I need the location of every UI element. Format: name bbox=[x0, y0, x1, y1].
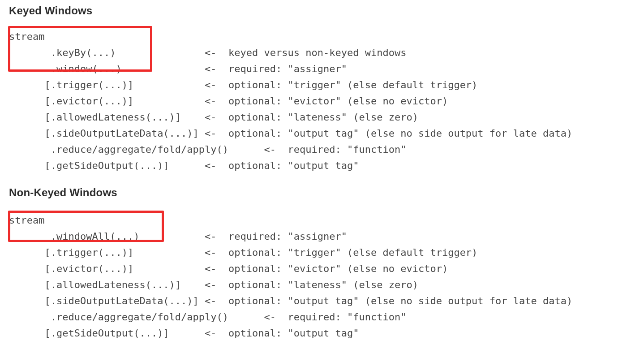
nonkeyed-line-0: stream bbox=[9, 215, 44, 226]
keyed-line-2: .window(...) <- required: "assigner" bbox=[9, 63, 347, 74]
code-block-non-keyed: stream .windowAll(...) <- required: "ass… bbox=[9, 212, 640, 341]
keyed-line-5: [.allowedLateness(...)] <- optional: "la… bbox=[9, 112, 418, 123]
keyed-line-3: [.trigger(...)] <- optional: "trigger" (… bbox=[9, 79, 477, 91]
nonkeyed-line-3: [.evictor(...)] <- optional: "evictor" (… bbox=[9, 263, 448, 274]
nonkeyed-line-2: [.trigger(...)] <- optional: "trigger" (… bbox=[9, 247, 477, 258]
heading-keyed-windows: Keyed Windows bbox=[9, 4, 640, 17]
keyed-line-0: stream bbox=[9, 31, 44, 42]
nonkeyed-line-4: [.allowedLateness(...)] <- optional: "la… bbox=[9, 279, 418, 290]
keyed-line-8: [.getSideOutput(...)] <- optional: "outp… bbox=[9, 160, 359, 171]
code-block-keyed: stream .keyBy(...) <- keyed versus non-k… bbox=[9, 29, 640, 174]
keyed-line-6: [.sideOutputLateData(...)] <- optional: … bbox=[9, 128, 572, 139]
nonkeyed-line-6: .reduce/aggregate/fold/apply() <- requir… bbox=[9, 311, 406, 323]
keyed-line-1: .keyBy(...) <- keyed versus non-keyed wi… bbox=[9, 47, 406, 58]
nonkeyed-line-7: [.getSideOutput(...)] <- optional: "outp… bbox=[9, 328, 359, 339]
keyed-line-7: .reduce/aggregate/fold/apply() <- requir… bbox=[9, 144, 406, 155]
keyed-line-4: [.evictor(...)] <- optional: "evictor" (… bbox=[9, 95, 448, 107]
heading-non-keyed-windows: Non-Keyed Windows bbox=[9, 186, 640, 199]
nonkeyed-line-5: [.sideOutputLateData(...)] <- optional: … bbox=[9, 295, 572, 306]
page-root: Keyed Windows stream .keyBy(...) <- keye… bbox=[0, 0, 644, 345]
nonkeyed-line-1: .windowAll(...) <- required: "assigner" bbox=[9, 231, 347, 242]
